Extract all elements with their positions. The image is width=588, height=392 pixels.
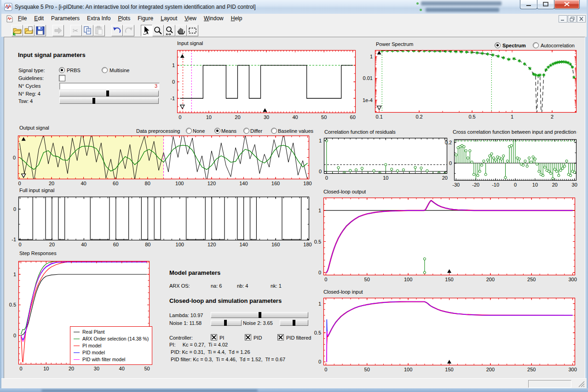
svg-text:30: 30 — [264, 114, 269, 120]
power-spectrum-plot[interactable]: 0.10.20.51210.011e-4 — [375, 50, 576, 113]
checkbox-pid-filtered[interactable] — [277, 334, 284, 341]
full-input-title: Full input signal — [19, 187, 54, 193]
svg-text:0: 0 — [325, 175, 328, 181]
forward-button[interactable] — [52, 25, 64, 36]
title-bar[interactable]: Sysquake 5 Pro - [i-pIDtune: An interact… — [0, 0, 588, 14]
radio-preproc-differ-label[interactable]: Differ — [250, 128, 262, 134]
background-glass-artifact — [41, 390, 258, 392]
svg-text:-10: -10 — [492, 182, 499, 187]
menu-edit[interactable]: Edit — [30, 14, 47, 23]
pointer-button[interactable] — [141, 25, 152, 36]
menu-figure[interactable]: Figure — [134, 14, 157, 23]
open-doc-button[interactable] — [23, 25, 35, 36]
radio-preproc-baseline-label[interactable]: Baseline values — [278, 128, 313, 134]
checkbox-pid-label[interactable]: PID — [254, 335, 262, 341]
redo-button[interactable] — [123, 25, 134, 36]
svg-text:60: 60 — [350, 114, 356, 120]
n-reg-slider[interactable] — [59, 91, 159, 97]
radio-preproc-none-label[interactable]: None — [193, 128, 205, 134]
window-border-bottom — [0, 388, 588, 392]
menu-plots[interactable]: Plots — [114, 14, 134, 23]
svg-text:0: 0 — [19, 366, 22, 371]
radio-multisine-label[interactable]: Multisine — [110, 68, 129, 73]
radio-spectrum-label[interactable]: Spectrum — [502, 43, 526, 48]
svg-text:0: 0 — [324, 277, 327, 282]
menu-help[interactable]: Help — [227, 14, 246, 23]
resize-grip[interactable] — [578, 381, 585, 388]
svg-text:10: 10 — [383, 175, 388, 181]
closed-loop-output-title: Closed-loop output — [323, 189, 366, 194]
svg-text:50: 50 — [364, 367, 370, 372]
select-button[interactable] — [187, 25, 198, 36]
cycles-field[interactable]: 3 — [59, 83, 160, 90]
minimize-button[interactable] — [520, 0, 537, 9]
checkbox-pid[interactable] — [245, 334, 251, 341]
svg-text:0: 0 — [319, 169, 322, 174]
noise2-slider[interactable] — [280, 320, 308, 326]
copy-button[interactable] — [82, 25, 93, 36]
radio-autocorrelation[interactable] — [533, 42, 539, 48]
menu-extra-info[interactable]: Extra Info — [83, 14, 114, 23]
checkbox-pid-filtered-label[interactable]: PID filtered — [286, 335, 311, 341]
full-input-plot[interactable]: 0204060801001201401601800-1 — [18, 197, 309, 240]
guidelines-checkbox[interactable] — [59, 75, 65, 81]
radio-prbs-label[interactable]: PRBS — [67, 68, 81, 73]
background-glass-artifact — [420, 9, 422, 11]
input-signal-plot[interactable]: 010203040506010-1 — [177, 50, 356, 113]
paste-button[interactable] — [93, 25, 105, 36]
svg-text:20: 20 — [552, 182, 558, 187]
radio-preproc-differ[interactable] — [243, 128, 249, 134]
legend-dash-icon — [74, 332, 80, 332]
step-responses-legend: Real PlantARX Order selection (14.38 %)P… — [70, 326, 152, 365]
save-button[interactable] — [35, 25, 46, 36]
radio-preproc-none[interactable] — [186, 128, 192, 134]
menu-file[interactable]: File — [14, 14, 30, 23]
checkbox-pi[interactable] — [211, 334, 217, 341]
svg-text:-30: -30 — [452, 182, 460, 187]
radio-preproc-means-label[interactable]: Means — [221, 128, 236, 134]
mdi-minimize-button[interactable] — [559, 15, 567, 24]
document-icon[interactable] — [6, 15, 13, 23]
svg-text:40: 40 — [119, 366, 125, 371]
closed-loop-input-plot[interactable]: 05010015020025030010.50 — [323, 298, 575, 365]
radio-autocorrelation-label[interactable]: Autocorrelation — [541, 43, 575, 48]
zoom-button[interactable] — [152, 25, 164, 36]
open-button[interactable] — [12, 25, 23, 36]
pan-button[interactable] — [175, 25, 187, 36]
radio-multisine[interactable] — [102, 67, 108, 73]
correlation-plot[interactable]: 0102010 — [324, 138, 447, 174]
svg-text:120: 120 — [208, 242, 216, 247]
menu-layout[interactable]: Layout — [157, 14, 181, 23]
menu-view[interactable]: View — [181, 14, 200, 23]
pid-values: PID: Kc = 0.31, Ti = 4.4, Td = 1.26 — [169, 349, 250, 355]
noise1-slider[interactable] — [211, 320, 242, 326]
background-glass-artifact — [416, 2, 419, 5]
cut-button[interactable]: ✂ — [70, 25, 82, 36]
svg-text:250: 250 — [527, 277, 536, 282]
radio-prbs[interactable] — [59, 67, 65, 73]
maximize-button[interactable] — [537, 0, 554, 9]
radio-spectrum[interactable] — [495, 42, 501, 48]
lambda-slider[interactable] — [211, 312, 308, 318]
svg-text:100: 100 — [404, 367, 412, 372]
cross-correlation-plot[interactable]: -30-20-1001020300.20 — [454, 139, 576, 181]
svg-text:10: 10 — [206, 114, 212, 120]
svg-text:20: 20 — [69, 366, 74, 371]
output-signal-plot[interactable]: 0204060801001201401601800 — [18, 136, 309, 179]
tsw-slider[interactable] — [59, 98, 159, 104]
status-bar — [1, 378, 587, 389]
menu-parameters[interactable]: Parameters — [47, 14, 83, 23]
zoom-x-button[interactable] — [164, 25, 175, 36]
checkbox-pi-label[interactable]: PI — [219, 335, 224, 341]
menu-window[interactable]: Window — [200, 14, 227, 23]
close-button[interactable] — [554, 0, 580, 9]
step-responses-title: Step Responses — [19, 250, 57, 256]
mdi-restore-button[interactable] — [568, 15, 576, 24]
radio-preproc-baseline[interactable] — [271, 128, 277, 134]
undo-button[interactable] — [111, 25, 123, 36]
mdi-close-button[interactable] — [577, 15, 586, 24]
svg-text:1: 1 — [318, 208, 321, 213]
closed-loop-output-plot[interactable]: 05010015020025030010.50 — [323, 198, 575, 275]
svg-text:2: 2 — [551, 114, 553, 119]
radio-preproc-means[interactable] — [214, 128, 220, 134]
